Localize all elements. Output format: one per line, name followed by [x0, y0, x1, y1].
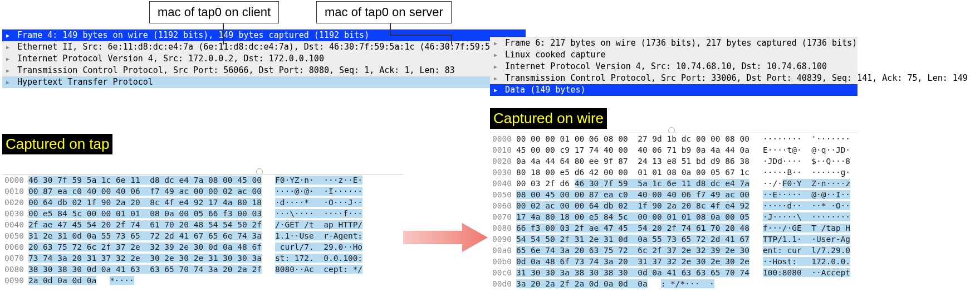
hex-ascii: ····@·@· ·I······ — [262, 186, 362, 197]
hex-ascii: ent: cur l/7.29.0 — [749, 245, 850, 256]
hex-ascii: ········ '······· — [749, 133, 850, 144]
hex-offset: 0010 — [2, 186, 28, 197]
hex-row[interactable]: 00200a 4a 44 64 80 ee 9f 87 24 13 e8 51 … — [490, 156, 857, 167]
protocol-row[interactable]: ▶ Data (149 bytes) — [490, 84, 857, 96]
callout-server-mac: mac of tap0 on server — [316, 1, 452, 23]
hex-dump-right[interactable]: 000000 00 00 01 00 06 08 00 27 9d 1b dc … — [490, 133, 857, 289]
hex-ascii: *···· — [96, 275, 134, 286]
protocol-row[interactable]: ▶ Transmission Control Protocol, Src Por… — [490, 72, 857, 84]
hex-offset: 0070 — [2, 253, 28, 264]
hex-bytes: 00 03 2f d6 46 30 7f 59 5a 1c 6e 11 d8 d… — [516, 178, 749, 189]
hex-bytes: 2a 0d 0a 0d 0a — [28, 275, 96, 286]
expand-triangle-icon[interactable]: ▶ — [3, 30, 12, 41]
protocol-row[interactable]: ▶ Hypertext Transfer Protocol — [2, 76, 526, 88]
hex-offset: 0020 — [490, 156, 516, 167]
hex-ascii: /·GET /t ap HTTP/ — [262, 219, 362, 230]
hex-ascii: ·d····* ·O···J·· — [262, 197, 362, 208]
hex-offset: 0010 — [490, 144, 516, 156]
protocol-row[interactable]: ▶ Ethernet II, Src: 6e:11:d8:dc:e4:7a (6… — [2, 41, 526, 53]
hex-offset: 0090 — [2, 275, 28, 286]
hex-row[interactable]: 00902a 0d 0a 0d 0a*···· — [2, 275, 403, 286]
hex-row[interactable]: 003000 e5 84 5c 00 00 01 01 08 0a 00 05 … — [2, 208, 403, 219]
hex-offset: 00b0 — [490, 256, 516, 267]
hex-row[interactable]: 005008 00 45 00 00 87 ea c0 40 00 40 06 … — [490, 189, 857, 200]
hex-row[interactable]: 00b00d 0a 48 6f 73 74 3a 20 31 37 32 2e … — [490, 256, 857, 267]
hex-row[interactable]: 001045 00 00 c9 17 74 40 00 40 06 71 b9 … — [490, 144, 857, 156]
hex-bytes: 2f ae 47 45 54 20 2f 74 61 70 20 48 54 5… — [28, 219, 262, 230]
protocol-row[interactable]: ▶ Internet Protocol Version 4, Src: 172.… — [2, 53, 526, 65]
expand-triangle-icon[interactable]: ▶ — [491, 85, 500, 96]
hex-offset: 0040 — [2, 219, 28, 230]
expand-triangle-icon[interactable]: ▶ — [491, 73, 500, 84]
hex-ascii: f···/·GE T /tap H — [749, 222, 850, 234]
hex-offset: 0030 — [490, 167, 516, 178]
hex-row[interactable]: 001000 87 ea c0 40 00 40 06 f7 49 ac 00 … — [2, 186, 403, 197]
expand-triangle-icon[interactable]: ▶ — [491, 38, 500, 49]
expand-triangle-icon[interactable]: ▶ — [491, 61, 500, 72]
hex-ascii: TTP/1.1· ·User-Ag — [749, 234, 850, 245]
hex-row[interactable]: 00c031 30 30 3a 38 30 38 30 0d 0a 41 63 … — [490, 267, 857, 278]
hex-ascii: ·····d·· ··* ·O·· — [749, 200, 850, 211]
hex-row[interactable]: 007017 4a 80 18 00 e5 84 5c 00 00 01 01 … — [490, 211, 857, 222]
hex-ascii: ·J·····\ ········ — [749, 211, 850, 222]
hex-row[interactable]: 007073 74 3a 20 31 37 32 2e 30 2e 30 2e … — [2, 253, 403, 264]
hex-row[interactable]: 00d03a 20 2a 2f 2a 0d 0a 0d 0a: */*··· · — [490, 278, 857, 289]
packet-dissection-left[interactable]: ▶ Frame 4: 149 bytes on wire (1192 bits)… — [2, 29, 526, 88]
callout-line-server-h — [390, 35, 452, 36]
hex-bytes: 00 00 00 01 00 06 08 00 27 9d 1b dc 00 0… — [516, 133, 749, 144]
hex-offset: 0090 — [490, 234, 516, 245]
callout-client-mac: mac of tap0 on client — [149, 1, 279, 23]
hex-row[interactable]: 006000 02 ac 00 00 64 db 02 1f 90 2a 20 … — [490, 200, 857, 211]
protocol-text: Transmission Control Protocol, Src Port:… — [12, 65, 455, 75]
hex-dump-left[interactable]: 000046 30 7f 59 5a 1c 6e 11 d8 dc e4 7a … — [2, 174, 403, 286]
hex-offset: 00a0 — [490, 245, 516, 256]
hex-row[interactable]: 000046 30 7f 59 5a 1c 6e 11 d8 dc e4 7a … — [2, 174, 403, 186]
hex-ascii: : */*··· · — [648, 278, 714, 289]
hex-row[interactable]: 005031 2e 31 0d 0a 55 73 65 72 2d 41 67 … — [2, 230, 403, 241]
hex-row[interactable]: 000000 00 00 01 00 06 08 00 27 9d 1b dc … — [490, 133, 857, 144]
expand-triangle-icon[interactable]: ▶ — [491, 50, 500, 61]
protocol-text: Frame 4: 149 bytes on wire (1192 bits), … — [12, 30, 369, 40]
hex-ascii: st: 172. 0.0.100: — [262, 253, 362, 264]
protocol-row[interactable]: ▶ Internet Protocol Version 4, Src: 10.7… — [490, 61, 857, 72]
hex-bytes: 66 f3 00 03 2f ae 47 45 54 20 2f 74 61 7… — [516, 222, 749, 234]
hex-bytes: 00 e5 84 5c 00 00 01 01 08 0a 00 05 66 f… — [28, 208, 262, 219]
hex-bytes: 3a 20 2a 2f 2a 0d 0a 0d 0a — [516, 278, 648, 289]
expand-triangle-icon[interactable]: ▶ — [3, 77, 12, 88]
hex-row[interactable]: 008038 30 38 30 0d 0a 41 63 63 65 70 74 … — [2, 264, 403, 275]
hex-row[interactable]: 004000 03 2f d6 46 30 7f 59 5a 1c 6e 11 … — [490, 178, 857, 189]
hex-offset: 0080 — [2, 264, 28, 275]
protocol-row[interactable]: ▶ Linux cooked capture — [490, 49, 857, 61]
hex-bytes: 73 74 3a 20 31 37 32 2e 30 2e 30 2e 31 3… — [28, 253, 262, 264]
hex-offset: 00c0 — [490, 267, 516, 278]
hex-row[interactable]: 00402f ae 47 45 54 20 2f 74 61 70 20 48 … — [2, 219, 403, 230]
protocol-row[interactable]: ▶ Frame 6: 217 bytes on wire (1736 bits)… — [490, 37, 857, 49]
hex-row[interactable]: 006020 63 75 72 6c 2f 37 2e 32 39 2e 30 … — [2, 241, 403, 253]
hex-bytes: 0d 0a 48 6f 73 74 3a 20 31 37 32 2e 30 2… — [516, 256, 749, 267]
hex-ascii: E····t@· @·q··JD· — [749, 144, 850, 156]
hex-bytes: 31 30 30 3a 38 30 38 30 0d 0a 41 63 63 6… — [516, 267, 749, 278]
hex-offset: 0040 — [490, 178, 516, 189]
arrow-icon — [401, 221, 490, 254]
label-captured-wire: Captured on wire — [490, 108, 607, 129]
hex-offset: 0050 — [2, 230, 28, 241]
hex-row[interactable]: 003080 18 00 e5 d6 42 00 00 01 01 08 0a … — [490, 167, 857, 178]
hex-bytes: 65 6e 74 3a 20 63 75 72 6c 2f 37 2e 32 3… — [516, 245, 749, 256]
protocol-row[interactable]: ▶ Transmission Control Protocol, Src Por… — [2, 65, 526, 76]
hex-row[interactable]: 008066 f3 00 03 2f ae 47 45 54 20 2f 74 … — [490, 222, 857, 234]
hex-bytes: 0a 4a 44 64 80 ee 9f 87 24 13 e8 51 bd d… — [516, 156, 749, 167]
svg-marker-0 — [403, 223, 488, 252]
expand-triangle-icon[interactable]: ▶ — [3, 42, 12, 53]
protocol-text: Linux cooked capture — [500, 50, 606, 60]
hex-offset: 0000 — [2, 174, 28, 186]
hex-ascii: curl/7. 29.0··Ho — [262, 241, 362, 253]
packet-dissection-right[interactable]: ▶ Frame 6: 217 bytes on wire (1736 bits)… — [490, 37, 857, 96]
hex-offset: 0060 — [490, 200, 516, 211]
expand-triangle-icon[interactable]: ▶ — [3, 65, 12, 76]
hex-bytes: 80 18 00 e5 d6 42 00 00 01 01 08 0a 00 0… — [516, 167, 749, 178]
hex-ascii: ··/·F0·Y Z·n····z — [749, 178, 850, 189]
hex-row[interactable]: 002000 64 db 02 1f 90 2a 20 8c 4f e4 92 … — [2, 197, 403, 208]
expand-triangle-icon[interactable]: ▶ — [3, 54, 12, 65]
hex-row[interactable]: 009054 54 50 2f 31 2e 31 0d 0a 55 73 65 … — [490, 234, 857, 245]
hex-row[interactable]: 00a065 6e 74 3a 20 63 75 72 6c 2f 37 2e … — [490, 245, 857, 256]
